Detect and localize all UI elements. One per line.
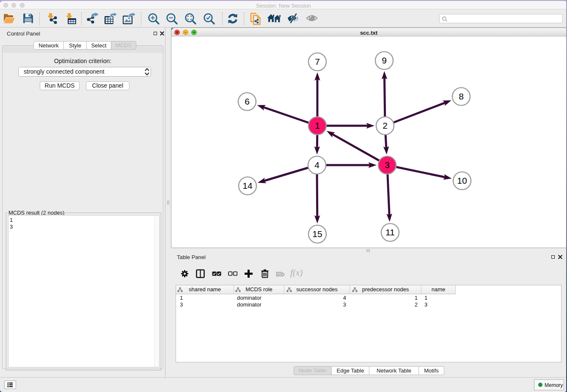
svg-text:15: 15 — [312, 229, 322, 239]
svg-text:2: 2 — [383, 121, 388, 130]
svg-text:1: 1 — [315, 121, 320, 130]
svg-text:11: 11 — [385, 227, 395, 237]
svg-text:8: 8 — [459, 91, 464, 101]
svg-text:4: 4 — [314, 160, 319, 170]
svg-text:14: 14 — [242, 181, 253, 190]
svg-text:3: 3 — [385, 160, 390, 170]
svg-text:9: 9 — [382, 55, 387, 65]
svg-text:7: 7 — [315, 57, 320, 66]
svg-text:6: 6 — [245, 97, 250, 106]
svg-text:10: 10 — [457, 176, 467, 185]
